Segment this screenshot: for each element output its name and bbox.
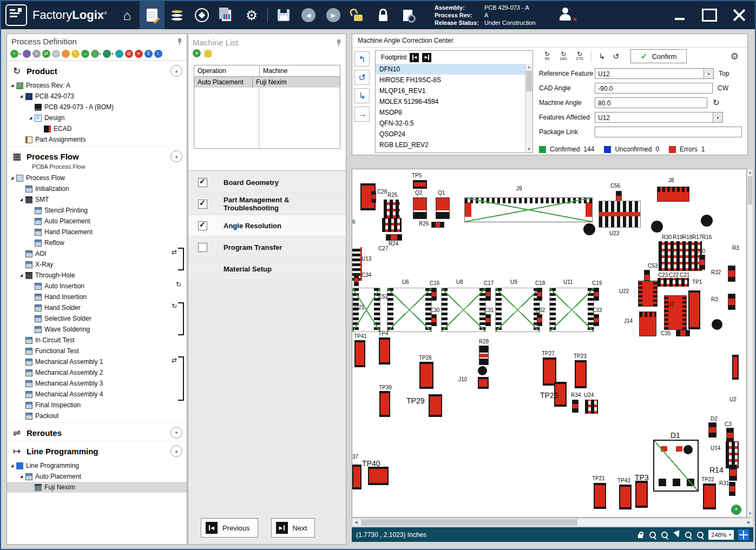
pcb-component[interactable] (386, 234, 402, 241)
pcb-component[interactable] (485, 314, 491, 326)
reset-rotation-button[interactable]: ↺ (609, 50, 623, 63)
pcb-component[interactable] (585, 400, 598, 414)
footprint-item[interactable]: MLQP16_REV1 (376, 85, 525, 96)
pcb-component[interactable] (431, 314, 437, 326)
tree-item[interactable]: ◢ Mechanical Assembly 1 (7, 356, 187, 367)
unlock-button[interactable] (346, 1, 371, 29)
save-button[interactable] (271, 1, 296, 29)
tree-item[interactable]: ◢ Hand Solder (7, 302, 187, 313)
tree-item[interactable]: ◢ Auto Placement (7, 471, 187, 482)
pointer-icon[interactable] (673, 531, 680, 539)
step-checkbox[interactable] (198, 200, 207, 209)
pcb-component[interactable] (413, 180, 427, 189)
refresh-icon[interactable]: ↻ (713, 98, 720, 108)
correction-tool-button[interactable]: ↰ (354, 51, 370, 67)
expand-caret-icon[interactable]: ◢ (28, 116, 34, 120)
tree-item[interactable]: ◢ Part Assignments (7, 134, 187, 145)
pcb-component[interactable] (478, 377, 489, 389)
tree-item[interactable]: ◢ Packout (7, 410, 187, 421)
footprint-item[interactable]: MOLEX 51296-4594 (376, 96, 525, 107)
pcb-component[interactable] (657, 187, 689, 202)
pin-icon[interactable] (177, 38, 182, 45)
pcb-component[interactable] (683, 445, 693, 454)
pcb-component[interactable] (651, 221, 663, 233)
column-header-operation[interactable]: Operation (194, 65, 260, 76)
pcb-component[interactable] (594, 483, 606, 509)
scroll-thumb[interactable] (748, 176, 752, 204)
collapse-process-flow-button[interactable]: ▲ (170, 150, 182, 162)
pcb-component[interactable] (594, 288, 599, 301)
pcb-component[interactable] (701, 215, 713, 227)
reroutes-section-header[interactable]: ⇌ Reroutes ▼ (7, 422, 187, 441)
tree-item[interactable]: ◢ In Circuit Test (7, 335, 187, 346)
pcb-component[interactable] (352, 465, 361, 489)
zoom-window-icon[interactable] (696, 531, 704, 539)
field-control[interactable]: ▾ (595, 127, 742, 137)
navigator-button[interactable] (189, 1, 214, 29)
scroll-up-icon[interactable]: ▲ (525, 64, 533, 70)
pcb-component[interactable] (479, 346, 489, 365)
print-icon[interactable]: ≡▾ (32, 50, 41, 58)
rotate-angle-button[interactable]: ↻ 90 (539, 49, 555, 63)
tree-item[interactable]: ◢ Auto Placement (7, 216, 187, 227)
step-checkbox[interactable] (198, 178, 207, 187)
lock-button[interactable] (371, 1, 396, 29)
pcb-component[interactable] (441, 288, 486, 332)
horizontal-scrollbar[interactable]: ◀ ▶ (352, 518, 753, 527)
wizard-step[interactable]: Part Management & Troubleshooting (188, 194, 346, 214)
zoom-extents-button[interactable]: + (731, 505, 741, 515)
pcb-component[interactable] (495, 288, 540, 332)
rotate-angle-button[interactable]: ↻ 180 (555, 49, 571, 63)
tree-item[interactable]: ◢ Wave Soldering (7, 324, 187, 335)
expand-caret-icon[interactable]: ◢ (9, 83, 15, 88)
pcb-component[interactable] (464, 197, 593, 222)
pcb-component[interactable] (413, 197, 427, 219)
expand-caret-icon[interactable]: ◢ (9, 463, 15, 468)
tree-item[interactable]: ◢ Mechanical Assembly 3 (7, 378, 187, 389)
pcb-component[interactable] (572, 400, 578, 413)
pcb-component[interactable] (638, 281, 658, 307)
puzzle-icon[interactable] (204, 50, 212, 57)
pcb-component[interactable] (419, 362, 433, 389)
pin-icon[interactable] (336, 39, 341, 46)
pcb-component[interactable] (728, 294, 735, 310)
pause-icon[interactable]: ‖▾ (144, 50, 153, 58)
footprint-item[interactable]: MSOP8 (376, 107, 525, 118)
tree-item[interactable]: ◢ Fuji Nexim (7, 482, 187, 493)
scroll-thumb[interactable] (526, 71, 532, 91)
pcb-component[interactable] (703, 483, 716, 509)
pcb-component[interactable] (688, 290, 700, 329)
field-control[interactable]: U12 ▾ (595, 68, 714, 79)
plant-icon[interactable]: ▾ (103, 50, 114, 58)
vertical-scrollbar[interactable]: ▲ ▼ (747, 169, 753, 518)
leaf-icon[interactable]: ▾ (91, 50, 102, 58)
tree-item[interactable]: ◢ ECAD (7, 123, 187, 134)
pcb-component[interactable] (729, 465, 737, 481)
reports-button[interactable] (214, 1, 239, 29)
expand-caret-icon[interactable]: ◢ (18, 273, 24, 277)
pcb-component[interactable] (379, 391, 390, 417)
audit-search-button[interactable] (396, 1, 420, 29)
zoom-level-select[interactable]: 248%▾ (708, 530, 734, 540)
pcb-component[interactable] (635, 481, 648, 508)
pcb-component[interactable] (382, 218, 402, 232)
globe-icon[interactable]: ▾ (23, 50, 31, 58)
flower-icon[interactable]: *▾ (71, 50, 80, 58)
step-checkbox[interactable] (198, 221, 207, 230)
home-button[interactable]: ⌂ (115, 1, 140, 29)
wizard-step[interactable]: Material Setup (188, 259, 346, 279)
pcb-component[interactable] (368, 467, 389, 485)
pcb-component[interactable] (708, 422, 716, 438)
process-definition-button[interactable] (140, 1, 165, 29)
pcb-component[interactable] (485, 288, 491, 301)
tree-item[interactable]: ◢ Mechanical Assembly 4 (7, 389, 187, 400)
footprint-item[interactable]: HIROSE FH19SC-8S (376, 75, 525, 85)
previous-button[interactable]: ◀ Previous (201, 518, 258, 538)
settings-button[interactable]: ⚙ (239, 1, 264, 29)
scroll-down-icon[interactable]: ▼ (525, 146, 533, 153)
pcb-component[interactable] (676, 330, 690, 336)
collapse-line-programming-button[interactable]: ▲ (170, 445, 182, 457)
pcb-component[interactable] (478, 366, 487, 375)
minimize-button[interactable] (674, 9, 687, 21)
confirm-button[interactable]: ✓ Confirm (630, 49, 687, 63)
